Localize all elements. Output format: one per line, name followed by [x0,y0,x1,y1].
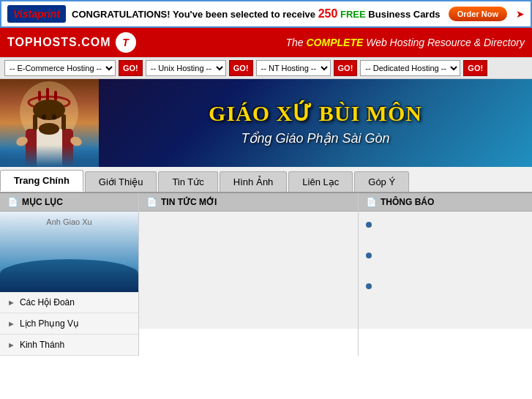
tophosts-tagline: The COMPLETE Web Hosting Resource & Dire… [285,37,525,48]
bullet-dot-2 [366,253,372,258]
ecommerce-go-button[interactable]: GO! [119,60,143,76]
nt-hosting-select[interactable]: -- NT Hosting -- [256,60,331,76]
unix-hosting-select[interactable]: -- Unix Hosting -- [146,60,226,76]
bullet-item-3 [366,280,525,289]
right-sidebar: 📄 THÔNG BÁO [359,193,532,356]
tophosts-bar: TOPHOSTS.COM T The COMPLETE Web Hosting … [0,28,532,57]
sidebar-image-area: Anh Giao Xu [0,212,138,292]
svg-point-13 [52,115,56,120]
congrats-label: CONGRATULATIONS! [72,9,171,20]
banner-text: CONGRATULATIONS! You've been selected to… [72,7,441,20]
logo-print: print [37,8,60,20]
arrow-icon-1: ► [7,298,15,307]
tab-lien-lac[interactable]: Liên Lạc [288,171,353,192]
tophosts-icon: T [116,32,136,53]
arrow-icon-3: ► [7,340,15,349]
main-navigation: Trang Chính Giới Thiệu Tin Tức Hình Ảnh … [0,167,532,193]
svg-point-12 [42,115,46,120]
tin-tuc-header: 📄 TIN TỨC MỚI [139,193,358,212]
sidebar-image-label: Anh Giao Xu [46,217,91,226]
arrow-icon-2: ► [7,319,15,328]
bullet-item-1 [366,219,525,228]
svg-rect-3 [46,88,49,101]
svg-rect-10 [61,114,66,130]
free-label: FREE [340,9,366,20]
dedicated-go-button[interactable]: GO! [463,60,487,76]
doc-icon-right: 📄 [366,197,377,207]
thong-bao-header: 📄 THÔNG BÁO [359,193,532,212]
tab-trang-chinh[interactable]: Trang Chính [0,170,83,192]
ecommerce-hosting-select[interactable]: -- E-Commerce Hosting -- [4,60,116,76]
tab-gop-y[interactable]: Góp Ý [354,171,409,192]
muc-luc-header: 📄 MỤC LỤC [0,193,138,212]
bullet-dot-1 [366,222,372,228]
wave-decoration [0,259,138,292]
svg-rect-9 [33,114,37,130]
arrow-icon: ➤ [516,8,525,20]
hero-image-gradient [0,145,99,167]
nt-go-button[interactable]: GO! [334,60,358,76]
hero-title-area: GIÁO XỨ BÙI MÔN Tổng Giáo Phận Sài Gòn [99,93,532,154]
free-number: 250 [318,7,338,20]
middle-body [139,212,358,329]
hero-jesus-image [0,79,99,167]
left-sidebar: 📄 MỤC LỤC Anh Giao Xu ► Các Hội Đoàn ► L… [0,193,139,356]
dedicated-hosting-select[interactable]: -- Dedicated Hosting -- [360,60,460,76]
content-area: 📄 MỤC LỤC Anh Giao Xu ► Các Hội Đoàn ► L… [0,193,532,356]
hero-main-title: GIÁO XỨ BÙI MÔN [106,100,525,126]
svg-rect-2 [38,91,41,101]
middle-content: 📄 TIN TỨC MỚI [139,193,359,356]
bullet-dot-3 [366,283,372,289]
hero-banner: GIÁO XỨ BÙI MÔN Tổng Giáo Phận Sài Gòn [0,79,532,167]
svg-rect-4 [54,91,57,101]
cards-text: Business Cards [368,9,440,20]
right-body [359,212,532,329]
order-now-button[interactable]: Order Now [449,7,507,21]
sidebar-item-kinh-thanh[interactable]: ► Kinh Thánh [0,335,138,356]
bullet-item-2 [366,250,525,258]
unix-go-button[interactable]: GO! [229,60,253,76]
banner-ad: Vistaprint CONGRATULATIONS! You've been … [0,0,532,28]
logo-vista: Vista [13,8,37,20]
tab-gioi-thieu[interactable]: Giới Thiệu [85,171,157,192]
svg-point-11 [39,123,59,135]
sidebar-item-lich-phung-vu[interactable]: ► Lịch Phụng Vụ [0,313,138,335]
tophosts-logo: TOPHOSTS.COM [7,36,111,49]
doc-icon-middle: 📄 [146,197,157,207]
svg-point-8 [33,100,65,120]
sidebar-item-cac-hoi-doan[interactable]: ► Các Hội Đoàn [0,292,138,313]
selected-text: You've been selected to receive [173,9,315,20]
tab-tin-tuc[interactable]: Tin Tức [158,171,217,192]
doc-icon-left: 📄 [7,197,18,207]
complete-label: COMPLETE [307,37,364,48]
tab-hinh-anh[interactable]: Hình Ảnh [220,171,288,192]
hero-subtitle: Tổng Giáo Phận Sài Gòn [106,130,525,146]
hosting-nav: -- E-Commerce Hosting -- GO! -- Unix Hos… [0,57,532,79]
vistaprint-logo: Vistaprint [7,5,66,23]
